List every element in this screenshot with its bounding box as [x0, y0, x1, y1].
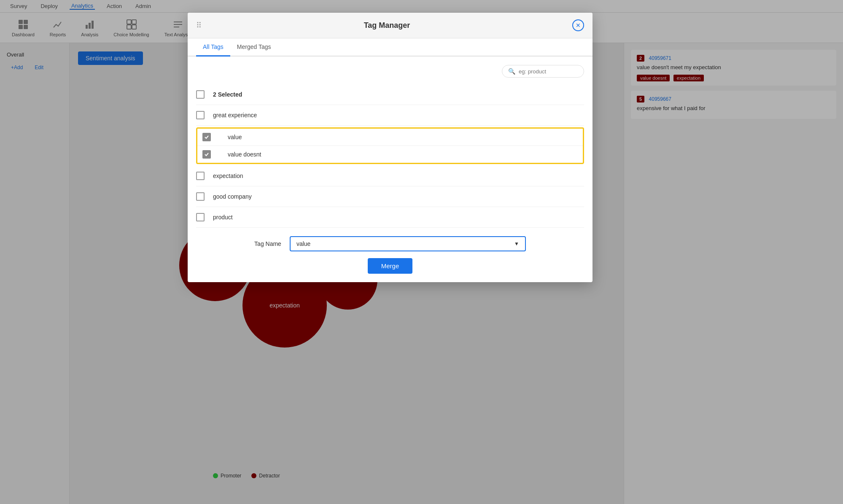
search-icon: 🔍 [508, 68, 515, 75]
select-all-checkbox[interactable] [196, 90, 205, 99]
tag-label-great-experience: great experience [213, 112, 257, 119]
modal-close-btn[interactable]: ✕ [572, 19, 584, 31]
search-input[interactable] [519, 68, 578, 75]
tag-row-value: value [197, 129, 583, 146]
checkbox-expectation[interactable] [196, 172, 205, 180]
tag-label-value: value [228, 134, 242, 140]
close-icon: ✕ [576, 22, 581, 29]
merge-button[interactable]: Merge [368, 258, 413, 274]
checkbox-great-experience[interactable] [196, 111, 205, 119]
highlighted-checkbox-group: value value doesnt [196, 127, 584, 164]
tag-name-row: Tag Name ▼ [196, 236, 584, 251]
tag-row-good-company: good company [196, 186, 584, 207]
drag-handle-icon[interactable]: ⠿ [196, 21, 202, 30]
checkbox-good-company[interactable] [196, 192, 205, 201]
checkbox-value[interactable] [202, 133, 211, 141]
tag-row-great-experience: great experience [196, 105, 584, 126]
tab-all-tags[interactable]: All Tags [196, 38, 230, 57]
tag-row-expectation: expectation [196, 166, 584, 186]
tag-manager-modal: ⠿ Tag Manager ✕ All Tags Merged Tags 🔍 2… [188, 13, 593, 282]
tag-label-good-company: good company [213, 193, 252, 200]
checkbox-product[interactable] [196, 213, 205, 221]
checkbox-value-doesnt[interactable] [202, 150, 211, 159]
tag-row-value-doesnt: value doesnt [197, 146, 583, 163]
tag-name-label: Tag Name [254, 240, 281, 247]
modal-body: 🔍 2 Selected great experience value [188, 57, 593, 282]
selected-count-label: 2 Selected [213, 91, 242, 98]
tag-label-value-doesnt: value doesnt [228, 151, 261, 158]
modal-title: Tag Manager [364, 21, 410, 30]
tag-name-select[interactable]: ▼ [290, 236, 526, 251]
tab-merged-tags[interactable]: Merged Tags [230, 38, 278, 57]
tag-label-product: product [213, 214, 233, 221]
select-all-row: 2 Selected [196, 84, 584, 105]
modal-header: ⠿ Tag Manager ✕ [188, 13, 593, 38]
dropdown-arrow-icon[interactable]: ▼ [514, 241, 519, 247]
modal-tabs: All Tags Merged Tags [188, 38, 593, 57]
tag-row-product: product [196, 207, 584, 228]
tag-name-input[interactable] [296, 240, 514, 247]
merge-btn-row: Merge [196, 258, 584, 274]
search-box: 🔍 [502, 65, 584, 78]
search-row: 🔍 [196, 65, 584, 78]
tag-label-expectation: expectation [213, 172, 243, 179]
